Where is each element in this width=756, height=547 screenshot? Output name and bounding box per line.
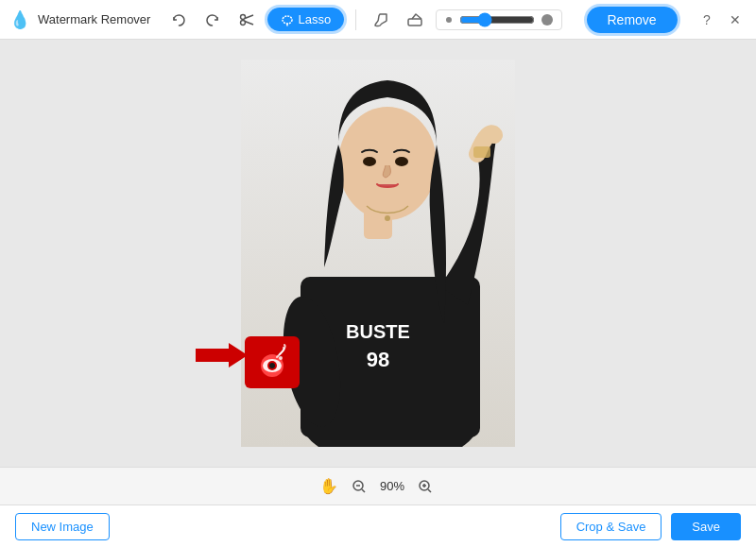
watermark-arrow-indicator (196, 341, 248, 376)
crop-save-button[interactable]: Crop & Save (560, 513, 662, 540)
svg-text:BUSTE: BUSTE (346, 321, 410, 342)
svg-point-6 (446, 17, 452, 23)
svg-point-16 (338, 107, 437, 220)
new-image-button[interactable]: New Image (15, 513, 110, 540)
brush-button[interactable] (368, 7, 394, 33)
svg-line-2 (245, 15, 253, 19)
save-button[interactable]: Save (671, 513, 741, 540)
svg-point-19 (385, 215, 390, 221)
svg-rect-5 (408, 19, 421, 26)
svg-point-7 (541, 14, 553, 26)
lasso-button[interactable]: Lasso (267, 8, 344, 31)
right-action-buttons: Crop & Save Save (560, 513, 741, 540)
separator-1 (355, 9, 356, 30)
svg-line-3 (245, 21, 253, 25)
svg-line-35 (428, 489, 431, 492)
zoom-in-button[interactable] (414, 475, 437, 498)
svg-point-26 (269, 363, 275, 368)
size-large-icon (541, 13, 554, 26)
action-bar: New Image Crop & Save Save (0, 504, 756, 547)
svg-marker-28 (196, 343, 248, 368)
brush-size-slider[interactable] (459, 12, 535, 27)
window-controls: ? ✕ (696, 9, 747, 31)
zoom-out-button[interactable] (348, 475, 370, 498)
remove-button[interactable]: Remove (587, 7, 678, 33)
svg-rect-20 (473, 146, 490, 158)
zoom-bar: ✋ 90% (0, 467, 756, 504)
image-container: BUSTE 98 (241, 60, 515, 447)
scissors-button[interactable] (233, 7, 260, 33)
eraser-button[interactable] (402, 7, 428, 33)
size-small-icon (444, 15, 454, 25)
undo-button[interactable] (165, 7, 192, 33)
zoom-level: 90% (380, 479, 404, 493)
svg-point-1 (241, 20, 246, 25)
svg-point-0 (241, 14, 246, 19)
app-logo: 💧 (9, 9, 30, 30)
main-canvas: BUSTE 98 (0, 40, 756, 467)
size-slider-group (436, 9, 562, 30)
help-button[interactable]: ? (696, 9, 718, 31)
svg-text:98: 98 (367, 348, 389, 371)
svg-point-27 (279, 356, 283, 360)
redo-button[interactable] (199, 7, 226, 33)
lasso-label: Lasso (298, 12, 331, 26)
close-button[interactable]: ✕ (724, 9, 747, 31)
app-title: Watermark Remover (38, 12, 150, 26)
svg-point-18 (395, 157, 408, 166)
photo-canvas[interactable]: BUSTE 98 (241, 60, 515, 447)
hand-tool-icon[interactable]: ✋ (319, 477, 338, 495)
svg-line-31 (362, 489, 365, 492)
watermark-overlay (245, 336, 300, 388)
title-bar: 💧 Watermark Remover Lasso (0, 0, 756, 40)
svg-point-4 (283, 16, 292, 24)
svg-point-17 (363, 157, 376, 166)
